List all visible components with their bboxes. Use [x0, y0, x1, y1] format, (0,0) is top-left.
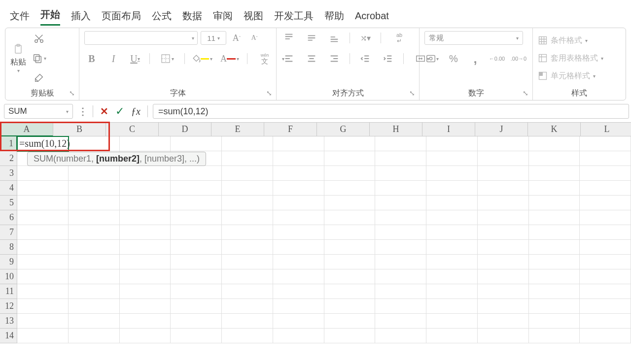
conditional-formatting-button[interactable]: 条件格式▾ — [538, 33, 588, 48]
cell-K7[interactable] — [529, 225, 580, 240]
confirm-formula-button[interactable]: ✓ — [115, 105, 124, 118]
cell-G1[interactable] — [324, 136, 376, 151]
cell-G10[interactable] — [324, 269, 376, 284]
more-icon[interactable]: ⋮ — [78, 105, 88, 117]
cell-A11[interactable] — [17, 284, 69, 299]
cell-E3[interactable] — [222, 166, 273, 181]
cell-G3[interactable] — [324, 166, 376, 181]
cell-G9[interactable] — [324, 255, 376, 269]
font-color-button[interactable]: A▾ — [219, 52, 240, 66]
format-as-table-button[interactable]: 套用表格格式▾ — [538, 51, 603, 66]
cell-C3[interactable] — [120, 166, 171, 181]
cell-L14[interactable] — [580, 329, 631, 343]
cell-E9[interactable] — [222, 255, 273, 269]
cell-H5[interactable] — [375, 196, 426, 210]
menu-tab-4[interactable]: 公式 — [152, 11, 172, 26]
align-top-button[interactable] — [281, 31, 296, 45]
percent-button[interactable]: % — [446, 52, 461, 66]
row-header-10[interactable]: 10 — [0, 269, 17, 284]
cell-B6[interactable] — [69, 210, 120, 225]
cell-A12[interactable] — [17, 299, 69, 314]
cell-H4[interactable] — [375, 181, 426, 196]
row-header-7[interactable]: 7 — [0, 225, 17, 240]
cell-L11[interactable] — [580, 284, 631, 299]
cell-K6[interactable] — [529, 210, 580, 225]
cell-E5[interactable] — [222, 196, 273, 210]
cell-J11[interactable] — [478, 284, 529, 299]
cell-I14[interactable] — [426, 329, 478, 343]
cell-J7[interactable] — [478, 225, 529, 240]
comma-button[interactable]: , — [468, 52, 483, 66]
fill-color-button[interactable]: ▾ — [192, 52, 212, 66]
col-header-C[interactable]: C — [106, 123, 159, 136]
cell-F9[interactable] — [273, 255, 324, 269]
col-header-A[interactable]: A — [0, 123, 53, 136]
cell-J4[interactable] — [478, 181, 529, 196]
cell-B11[interactable] — [69, 284, 120, 299]
cell-I8[interactable] — [426, 240, 478, 255]
cell-D13[interactable] — [171, 314, 222, 329]
col-header-L[interactable]: L — [581, 123, 631, 136]
cell-J13[interactable] — [478, 314, 529, 329]
increase-decimal-button[interactable]: ←0.00 — [490, 52, 504, 66]
cell-L7[interactable] — [580, 225, 631, 240]
cell-K4[interactable] — [529, 181, 580, 196]
cell-A1[interactable]: =sum(10,12) — [17, 136, 69, 151]
italic-button[interactable]: I — [106, 52, 121, 66]
cell-B12[interactable] — [69, 299, 120, 314]
menu-tab-10[interactable]: Acrobat — [355, 11, 389, 26]
cell-D6[interactable] — [171, 210, 222, 225]
cell-E14[interactable] — [222, 329, 273, 343]
number-format-select[interactable]: 常规▾ — [424, 31, 523, 45]
cell-C6[interactable] — [120, 210, 171, 225]
row-header-4[interactable]: 4 — [0, 181, 17, 196]
cell-G11[interactable] — [324, 284, 376, 299]
cell-C7[interactable] — [120, 225, 171, 240]
cell-F13[interactable] — [273, 314, 324, 329]
row-header-3[interactable]: 3 — [0, 166, 17, 181]
cell-K10[interactable] — [529, 269, 580, 284]
format-painter-button[interactable] — [32, 71, 46, 85]
cell-G4[interactable] — [324, 181, 376, 196]
col-header-H[interactable]: H — [370, 123, 422, 136]
cell-E13[interactable] — [222, 314, 273, 329]
col-header-B[interactable]: B — [53, 123, 106, 136]
cell-F11[interactable] — [273, 284, 324, 299]
menu-tab-0[interactable]: 文件 — [10, 11, 30, 26]
cell-B7[interactable] — [69, 225, 120, 240]
cell-K14[interactable] — [529, 329, 580, 343]
cell-B9[interactable] — [69, 255, 120, 269]
cell-D11[interactable] — [171, 284, 222, 299]
cell-E6[interactable] — [222, 210, 273, 225]
cell-J6[interactable] — [478, 210, 529, 225]
cell-F1[interactable] — [273, 136, 324, 151]
cell-K9[interactable] — [529, 255, 580, 269]
menu-tab-7[interactable]: 视图 — [244, 11, 263, 26]
cell-H6[interactable] — [375, 210, 426, 225]
cell-H1[interactable] — [375, 136, 426, 151]
row-header-11[interactable]: 11 — [0, 284, 17, 299]
cell-J3[interactable] — [478, 166, 529, 181]
dialog-launcher-icon[interactable]: ⤡ — [523, 89, 528, 97]
cell-K3[interactable] — [529, 166, 580, 181]
cell-D7[interactable] — [171, 225, 222, 240]
increase-font-button[interactable]: Aˆ — [229, 31, 244, 45]
col-header-K[interactable]: K — [528, 123, 581, 136]
cell-F7[interactable] — [273, 225, 324, 240]
cell-A4[interactable] — [17, 181, 69, 196]
cut-button[interactable] — [32, 32, 46, 45]
cell-G13[interactable] — [324, 314, 376, 329]
cell-C11[interactable] — [120, 284, 171, 299]
cell-L2[interactable] — [580, 151, 631, 166]
cell-C13[interactable] — [120, 314, 171, 329]
cell-D8[interactable] — [171, 240, 222, 255]
cell-H13[interactable] — [375, 314, 426, 329]
cell-B3[interactable] — [69, 166, 120, 181]
cell-J10[interactable] — [478, 269, 529, 284]
cell-G6[interactable] — [324, 210, 376, 225]
align-left-button[interactable] — [281, 52, 296, 66]
cell-E4[interactable] — [222, 181, 273, 196]
cell-H2[interactable] — [375, 151, 426, 166]
decrease-indent-button[interactable] — [358, 52, 373, 66]
accounting-format-button[interactable]: ▾ — [424, 52, 439, 66]
